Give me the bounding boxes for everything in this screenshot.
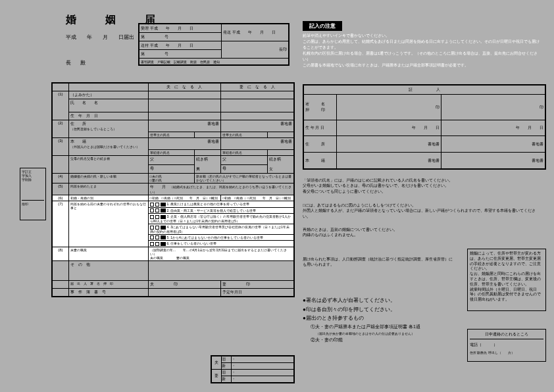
chou-dono: 長 殿 [66, 59, 89, 66]
work3: 3. 企業・個人商店等（官公庁は除く）の常用勤労者世帯で勤め先の従業者数が1人か… [150, 214, 291, 223]
witness1-sign[interactable]: 印 [337, 95, 441, 120]
witness1-birth[interactable]: 年 月 日 [337, 120, 441, 136]
address-label: 住 所 [70, 122, 86, 126]
witness1-hon[interactable]: 番地番 [337, 153, 441, 169]
yotei-field[interactable]: 予定年月日 [221, 289, 294, 297]
jiken-field[interactable] [148, 289, 221, 297]
send-num[interactable]: 第 号 [139, 50, 222, 59]
contact-addr[interactable]: 住所 勤務先 呼出し（ 方） [470, 351, 543, 355]
wife-hittou[interactable] [267, 150, 293, 156]
send-date[interactable]: 送付 平成 年 月 日 [139, 41, 222, 50]
husband-sign-label: 夫 [150, 282, 154, 286]
sutein: 捨印 [22, 200, 44, 206]
wife-saikon[interactable]: □初婚 □再婚（ □死別 年 月 日）□離別 [221, 195, 294, 201]
note3: 札幌市内の区役所に届け出る場合、届書は1通でけっこうです。（その他のところに届け… [303, 51, 540, 62]
notes-block: 鉛筆や消えやすいインキで書かないでください。 この届は、あらかじめ用意して、結婚… [303, 33, 540, 68]
name-label: 氏 名 名 [68, 99, 148, 112]
receipt-box: 受理 平成 年 月 日発送 平成 年 月 日 第 号 送付 平成 年 月 日長印… [138, 23, 290, 66]
receipt-num[interactable]: 第 号 [139, 33, 222, 41]
work6-h-check[interactable] [150, 242, 154, 246]
wife-shi-check[interactable]: □妻の氏 [150, 178, 162, 182]
wife-address[interactable]: 番地番 [221, 120, 294, 132]
guide3: 再婚のときは、直前の婚姻について書いてください。 内縁のものはふくまれません。 [303, 227, 397, 238]
husband-hittou[interactable] [195, 150, 221, 156]
info-p1: 婚姻によって、住所や世帯主が変わる方は、あらたに住所変更届、世帯主変更届の手続き… [470, 251, 543, 272]
husband-name[interactable] [148, 99, 221, 112]
note1: 鉛筆や消えやすいインキで書かないでください。 [303, 33, 540, 39]
w-tsuzuki: 続き柄 [269, 157, 281, 161]
witness1-addr[interactable]: 番地番 [337, 136, 441, 153]
note4: この届書を本籍地でない役場に出すときは、戸籍謄本または戸籍全部事項証明書が必要で… [303, 62, 540, 68]
work5-h-check[interactable] [150, 235, 154, 239]
witness2-hon[interactable]: 番地番 [441, 153, 545, 169]
contact-tel[interactable]: 電話（ ） [470, 342, 543, 348]
main-form: 夫 に な る 人 妻 に な る 人 (1) （よみかた） 氏 名 名 生 年… [51, 82, 295, 297]
husband-address[interactable]: 番地番 [148, 120, 221, 132]
work2: 2. 自由業・商工業・サービス業等を個人で経営している世帯 [167, 208, 257, 212]
newhon-field[interactable]: 新本籍（左の氏の人がすでに戸籍の筆頭者となっているときは書かないでください） [195, 174, 294, 184]
wife-head[interactable] [267, 132, 293, 138]
wife-birth[interactable] [221, 112, 294, 120]
work1-h-check[interactable] [150, 203, 154, 207]
bt-h-new-v[interactable]: ・ [232, 363, 294, 370]
info-box-right: 婚姻によって、住所や世帯主が変わる方は、あらたに住所変更届、世帯主変更届の手続き… [467, 249, 546, 311]
work2-w-check[interactable] [155, 208, 159, 212]
w-shomei: 署 名 [305, 102, 325, 106]
row7-label: (7) [53, 201, 69, 247]
h-father-label: 父 [148, 156, 194, 165]
bullet3a: ①夫・妻の戸籍謄本または戸籍全部事項証明書 各1通 [311, 323, 420, 331]
witness2-addr[interactable]: 番地番 [441, 136, 545, 153]
bt-w-new-v[interactable]: ・ [232, 376, 294, 383]
work1-w-check[interactable] [155, 203, 159, 207]
todoke-label: 届 出 人 署 名 押 印 [68, 281, 148, 289]
husband-sign-in[interactable]: 印 [174, 282, 178, 286]
contact-box: 日中連絡のとれるところ 電話（ ） 住所 勤務先 呼出し（ 方） [467, 329, 546, 362]
bt-h-old: 旧 [222, 356, 232, 363]
dispatch-date[interactable]: 発送 平成 年 月 日 [221, 24, 288, 41]
w-birth-label: 生 年 月 日 [304, 120, 337, 136]
witness2-sign[interactable]: 印 [441, 95, 545, 120]
bullet3: ●届出のとき持参するもの [303, 314, 420, 323]
h-otoko: 男 [196, 167, 200, 171]
row6-label: (6) [53, 195, 69, 201]
w-addr-label: 住 所 [304, 136, 337, 153]
doukyo-date[interactable]: 年 月 [150, 185, 166, 189]
guide4: 届け出られた事項は、人口動態調査（統計法に基づく指定統計調査、厚生省所管）にも用… [303, 257, 454, 268]
bullet-list: ●署名は必ず本人が自署してください。 ●印は各自別々の印を押してください。 ●届… [303, 296, 420, 344]
row3-label: (3) [53, 138, 69, 156]
row8-label: (8) [53, 247, 69, 261]
honseki-note: （外国人のときは国籍だけを書いてください） [70, 145, 139, 149]
wife-sign-in[interactable]: 印 [246, 282, 250, 286]
work5-w-check[interactable] [155, 235, 159, 239]
doukyo-note: （結婚式をあげたとき、または、同居を始めたときのうち早いほうを書いてください） [150, 185, 291, 194]
husband-job[interactable]: 夫の職業 [150, 256, 163, 260]
work2-h-check[interactable] [150, 208, 154, 212]
doukyo-label: 同居を始めたとき [68, 184, 148, 195]
husband-birth[interactable] [148, 112, 221, 120]
work5: 5. 1から4にあてはまらないその他の仕事をしている者のいる世帯 [167, 235, 263, 239]
check-row: 書類調査 戸籍記載 記載調査 附票 住民票 通知 [139, 59, 289, 65]
wife-honseki[interactable]: 番地番 [221, 138, 294, 150]
husband-honseki[interactable]: 番地番 [148, 138, 221, 150]
husband-furigana[interactable] [148, 91, 221, 99]
receipt-date[interactable]: 受理 平成 年 月 日 [139, 24, 222, 33]
bt-h-old-v[interactable]: ・ [232, 356, 294, 363]
husband-saikon[interactable]: □初婚 □再婚（ □死別 年 月 日）□離別 [148, 195, 221, 201]
husband-head[interactable] [195, 132, 221, 138]
furigana-label: （よみかた） [68, 91, 148, 99]
witness-header: 証 人 [304, 86, 545, 95]
work6: 6. 仕事をしている者のいない世帯 [167, 241, 217, 245]
w-onna: 女 [269, 167, 273, 171]
work6-w-check[interactable] [155, 242, 159, 246]
row1-label: (1) [53, 91, 69, 120]
sonota-field[interactable] [148, 261, 293, 281]
h-tsuzuki: 続き柄 [196, 157, 208, 161]
wife-furigana[interactable] [221, 91, 294, 99]
wife-name[interactable] [221, 99, 294, 112]
bullet1: ●署名は必ず本人が自署してください。 [303, 296, 420, 305]
bt-w-old-v[interactable]: ・ [232, 370, 294, 376]
bt-h-new: 新 [222, 363, 232, 370]
saikon-label: 初婚・再婚の別 [68, 195, 148, 201]
wife-job[interactable]: 妻の職業 [176, 256, 189, 260]
witness2-birth[interactable]: 年 月 日 [441, 120, 545, 136]
